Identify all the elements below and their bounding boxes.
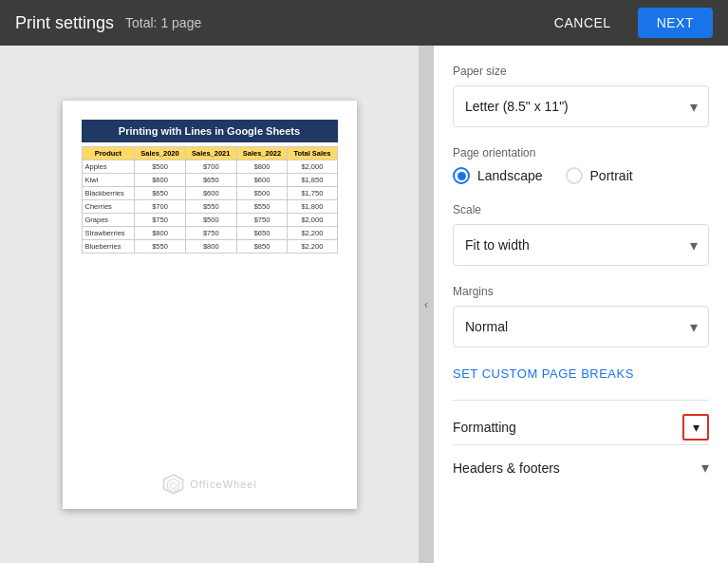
paper-size-select[interactable]: Letter (8.5" x 11") A4 (8.27" x 11.69") …: [453, 85, 709, 127]
table-cell: $850: [236, 239, 288, 253]
table-cell: $600: [236, 173, 288, 186]
table-row: Kiwi$600$650$600$1,850: [82, 173, 337, 186]
col-sales2021: Sales_2021: [185, 146, 236, 160]
table-cell: $500: [135, 160, 186, 173]
sheet-title: Printing with Lines in Google Sheets: [82, 120, 338, 142]
table-cell: $2,000: [288, 160, 337, 173]
page-subtitle: Total: 1 page: [125, 15, 201, 30]
table-cell: $650: [185, 173, 236, 186]
main-layout: Printing with Lines in Google Sheets Pro…: [0, 46, 728, 563]
table-cell: $650: [236, 226, 288, 239]
table-cell: $1,800: [288, 199, 337, 213]
table-cell: $600: [135, 173, 186, 186]
table-cell: Kiwi: [82, 173, 135, 186]
svg-marker-0: [163, 475, 182, 494]
scale-dropdown-wrapper: Fit to width Fit to height Fit to page N…: [453, 224, 709, 266]
page-title: Print settings: [15, 13, 114, 33]
margins-select[interactable]: Normal Narrow Wide Custom: [453, 306, 709, 347]
margins-dropdown-wrapper: Normal Narrow Wide Custom ▾: [453, 306, 709, 347]
paper-size-label: Paper size: [453, 65, 709, 78]
table-cell: $550: [185, 199, 236, 213]
table-body: Apples$500$700$800$2,000Kiwi$600$650$600…: [82, 160, 337, 253]
portrait-label: Portrait: [590, 168, 633, 183]
table-cell: $800: [185, 239, 236, 253]
table-cell: $550: [236, 199, 288, 213]
table-row: Apples$500$700$800$2,000: [82, 160, 337, 173]
col-sales2022: Sales_2022: [236, 146, 288, 160]
landscape-label: Landscape: [477, 168, 543, 183]
table-cell: $500: [185, 213, 236, 226]
margins-label: Margins: [453, 285, 709, 298]
preview-area: Printing with Lines in Google Sheets Pro…: [0, 46, 419, 563]
table-cell: $2,000: [288, 213, 337, 226]
page-orientation-section: Page orientation Landscape Portrait: [453, 146, 709, 184]
table-row: Blueberries$550$800$850$2,200: [82, 239, 337, 253]
table-row: Cherries$700$550$550$1,800: [82, 199, 337, 213]
table-cell: $750: [236, 213, 288, 226]
table-cell: $500: [236, 186, 288, 199]
table-cell: Apples: [82, 160, 135, 173]
table-cell: $650: [135, 186, 186, 199]
table-cell: $700: [185, 160, 236, 173]
scale-label: Scale: [453, 203, 709, 216]
portrait-radio-circle: [566, 167, 583, 184]
svg-marker-2: [170, 482, 176, 489]
scale-select[interactable]: Fit to width Fit to height Fit to page N…: [453, 224, 709, 266]
formatting-section: Formatting ▾: [453, 400, 709, 441]
col-sales2020: Sales_2020: [135, 146, 186, 160]
table-header: Product Sales_2020 Sales_2021 Sales_2022…: [82, 146, 337, 160]
table-row: Blackberries$650$600$500$1,750: [82, 186, 337, 199]
headers-footers-header[interactable]: Headers & footers ▾: [453, 459, 709, 477]
table-cell: $2,200: [288, 226, 337, 239]
formatting-expand-icon: ▾: [693, 420, 700, 435]
table-cell: Cherries: [82, 199, 135, 213]
preview-page: Printing with Lines in Google Sheets Pro…: [63, 101, 357, 509]
portrait-option[interactable]: Portrait: [566, 167, 633, 184]
formatting-header[interactable]: Formatting ▾: [453, 414, 709, 441]
table-cell: $750: [185, 226, 236, 239]
panel-arrow-icon: ‹: [424, 298, 428, 311]
landscape-radio-inner: [457, 172, 466, 180]
watermark: OfficeWheel: [161, 473, 257, 496]
table-cell: $750: [135, 213, 186, 226]
table-cell: $1,850: [288, 173, 337, 186]
cancel-button[interactable]: CANCEL: [539, 8, 626, 38]
header-actions: CANCEL NEXT: [539, 8, 713, 38]
settings-panel: Paper size Letter (8.5" x 11") A4 (8.27"…: [434, 46, 728, 563]
landscape-option[interactable]: Landscape: [453, 167, 543, 184]
table-cell: Strawberries: [82, 226, 135, 239]
table-cell: $550: [135, 239, 186, 253]
headers-footers-title: Headers & footers: [453, 460, 560, 476]
table-header-row: Product Sales_2020 Sales_2021 Sales_2022…: [82, 146, 337, 160]
header: Print settings Total: 1 page CANCEL NEXT: [0, 0, 728, 46]
headers-footers-section: Headers & footers ▾: [453, 444, 709, 477]
formatting-expand-button[interactable]: ▾: [682, 414, 709, 441]
col-product: Product: [82, 146, 135, 160]
paper-size-dropdown-wrapper: Letter (8.5" x 11") A4 (8.27" x 11.69") …: [453, 85, 709, 127]
table-cell: $700: [135, 199, 186, 213]
scale-section: Scale Fit to width Fit to height Fit to …: [453, 203, 709, 266]
orientation-row: Landscape Portrait: [453, 167, 709, 184]
next-button[interactable]: NEXT: [638, 8, 713, 38]
watermark-icon: [161, 473, 184, 496]
table-cell: $1,750: [288, 186, 337, 199]
table-cell: Blueberries: [82, 239, 135, 253]
page-orientation-label: Page orientation: [453, 146, 709, 160]
table-cell: $600: [185, 186, 236, 199]
panel-collapse-arrow[interactable]: ‹: [419, 46, 434, 563]
table-cell: $800: [135, 226, 186, 239]
svg-marker-1: [167, 479, 178, 492]
table-cell: Blackberries: [82, 186, 135, 199]
table-cell: $800: [236, 160, 288, 173]
table-cell: Grapes: [82, 213, 135, 226]
header-left: Print settings Total: 1 page: [15, 13, 201, 33]
landscape-radio-circle: [453, 167, 470, 184]
paper-size-section: Paper size Letter (8.5" x 11") A4 (8.27"…: [453, 65, 709, 127]
sheet-table: Product Sales_2020 Sales_2021 Sales_2022…: [82, 146, 338, 253]
custom-page-breaks-link[interactable]: SET CUSTOM PAGE BREAKS: [453, 366, 709, 381]
table-row: Grapes$750$500$750$2,000: [82, 213, 337, 226]
col-totalsales: Total Sales: [288, 146, 337, 160]
headers-footers-expand-icon: ▾: [701, 459, 709, 477]
formatting-title: Formatting: [453, 420, 516, 435]
margins-section: Margins Normal Narrow Wide Custom ▾: [453, 285, 709, 347]
